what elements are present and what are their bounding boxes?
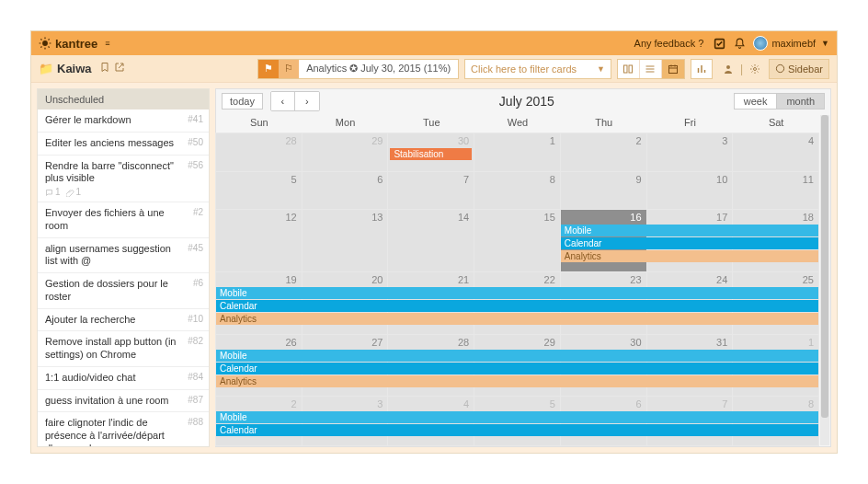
day-cell[interactable]: 16MobileCalendarAnalytics	[560, 209, 647, 272]
day-header: Wed	[474, 113, 561, 133]
day-cell[interactable]: 2MobileCalendar	[215, 396, 303, 446]
day-cell[interactable]: 1	[474, 133, 561, 172]
svg-rect-4	[668, 65, 677, 73]
day-cell[interactable]: 11	[732, 171, 819, 211]
view-list-button[interactable]	[618, 60, 640, 78]
month-button[interactable]: month	[777, 94, 824, 109]
day-cell[interactable]: 2	[560, 133, 647, 172]
bookmark-icon[interactable]	[99, 62, 110, 75]
attachments-icon: 1	[66, 187, 82, 197]
panel-icon	[775, 63, 785, 74]
flag-icon[interactable]: ⚑	[258, 60, 279, 78]
event-mobile[interactable]: Mobile	[216, 411, 818, 423]
view-toggle	[617, 59, 685, 79]
day-number: 25	[803, 274, 814, 285]
flag-outline-icon[interactable]: ⚐	[279, 60, 299, 78]
event-mobile[interactable]: Mobile	[561, 225, 818, 236]
day-number: 1	[550, 135, 555, 146]
card-title: 1:1 audio/video chat	[45, 372, 180, 385]
day-header: Fri	[647, 113, 734, 133]
day-cell[interactable]: 29	[302, 133, 389, 172]
day-header: Sat	[733, 113, 819, 133]
day-number: 23	[630, 274, 641, 285]
day-cell[interactable]: 4	[732, 133, 819, 172]
day-cell[interactable]: 19MobileCalendarAnalytics	[215, 271, 303, 335]
project-name[interactable]: Kaiwa	[57, 62, 92, 75]
day-number: 19	[285, 274, 296, 285]
sidebar-toggle[interactable]: Sidebar	[769, 59, 829, 79]
event-calendar[interactable]: Calendar	[561, 237, 818, 249]
day-cell[interactable]: 8	[474, 171, 561, 211]
card[interactable]: Ajouter la recherche#10	[38, 309, 209, 332]
day-cell[interactable]: 26MobileCalendarAnalytics	[215, 334, 303, 398]
card[interactable]: Gérer le markdown#41	[38, 109, 209, 133]
event-mobile[interactable]: Mobile	[216, 287, 818, 299]
sidebar-label: Sidebar	[788, 63, 823, 75]
day-cell[interactable]: 5	[215, 171, 303, 211]
stats-button[interactable]	[691, 59, 713, 79]
day-number: 1	[808, 337, 814, 348]
event-mobile[interactable]: Mobile	[216, 350, 818, 362]
breadcrumb[interactable]: ⚑ ⚐ Analytics ✪ July 30, 2015 (11%)	[257, 59, 459, 79]
card[interactable]: 1:1 audio/video chat#84	[38, 367, 209, 390]
event-analytics[interactable]: Analytics	[561, 250, 818, 262]
card[interactable]: Rendre la barre "disconnect" plus visibl…	[38, 156, 209, 203]
card[interactable]: align usernames suggestion list with @#4…	[38, 238, 209, 274]
settings-icon[interactable]	[745, 59, 765, 79]
view-table-button[interactable]	[640, 60, 662, 78]
view-calendar-button[interactable]	[662, 60, 684, 78]
card[interactable]: faire clignoter l'indic de présence à l'…	[38, 412, 209, 446]
filter-input[interactable]: Click here to filter cards ▼	[464, 59, 611, 79]
day-cell[interactable]: 12	[215, 209, 303, 272]
day-cell[interactable]: 10	[646, 171, 734, 211]
scrollbar[interactable]	[820, 115, 829, 445]
day-number: 29	[544, 337, 555, 348]
project-bar: 📁 Kaiwa ⚑ ⚐ Analytics ✪ July 30, 2015 (1…	[31, 55, 837, 83]
members-icon[interactable]	[718, 59, 738, 79]
day-cell[interactable]: 3	[646, 133, 734, 172]
card[interactable]: guess invitation à une room#87	[38, 390, 209, 413]
project-actions: |	[718, 59, 765, 79]
card-title: Envoyer des fichiers à une room	[45, 207, 186, 233]
day-cell[interactable]: 13	[302, 209, 389, 272]
event-calendar[interactable]: Calendar	[216, 363, 818, 375]
day-cell[interactable]: 6	[302, 171, 389, 211]
event-calendar[interactable]: Calendar	[216, 300, 818, 312]
card[interactable]: Envoyer des fichiers à une room#2	[38, 202, 209, 238]
svg-point-5	[726, 65, 730, 69]
svg-rect-3	[629, 65, 633, 73]
day-number: 6	[635, 398, 641, 409]
card[interactable]: Gestion de dossiers pour le roster#6	[38, 273, 209, 309]
day-cell[interactable]: 28	[215, 133, 303, 172]
today-button[interactable]: today	[222, 93, 263, 109]
event-calendar[interactable]: Calendar	[216, 424, 818, 436]
brand-menu-icon[interactable]: ≡	[105, 39, 109, 48]
day-cell[interactable]: 14	[387, 209, 474, 272]
day-number: 30	[458, 135, 469, 146]
day-cell[interactable]: 7	[387, 171, 474, 211]
avatar	[753, 36, 768, 51]
brand[interactable]: kantree ≡	[39, 37, 110, 51]
week-button[interactable]: week	[735, 94, 778, 109]
external-link-icon[interactable]	[114, 62, 125, 75]
card[interactable]: Editer les anciens messages#50	[38, 133, 209, 156]
card-title: Remove install app button (in settings) …	[45, 336, 180, 362]
event-stab[interactable]: Stabilisation	[390, 148, 472, 160]
feedback-link[interactable]: Any feedback ?	[634, 38, 704, 49]
check-icon[interactable]	[709, 34, 729, 52]
card-title: align usernames suggestion list with @	[45, 243, 180, 269]
day-number: 7	[722, 398, 727, 409]
bell-icon[interactable]	[729, 34, 749, 52]
day-number: 21	[458, 274, 469, 285]
next-button[interactable]: ›	[295, 92, 319, 110]
day-cell[interactable]: 15	[474, 209, 561, 272]
topbar: kantree ≡ Any feedback ? maximebf ▼	[31, 31, 837, 55]
event-analytics[interactable]: Analytics	[216, 375, 818, 387]
prev-button[interactable]: ‹	[271, 92, 295, 110]
card[interactable]: Remove install app button (in settings) …	[38, 331, 209, 367]
day-cell[interactable]: 9	[560, 171, 647, 211]
event-analytics[interactable]: Analytics	[216, 313, 818, 325]
day-cell[interactable]: 30Stabilisation	[387, 133, 474, 172]
user-menu[interactable]: maximebf ▼	[753, 36, 829, 51]
card-id: #6	[193, 278, 203, 288]
